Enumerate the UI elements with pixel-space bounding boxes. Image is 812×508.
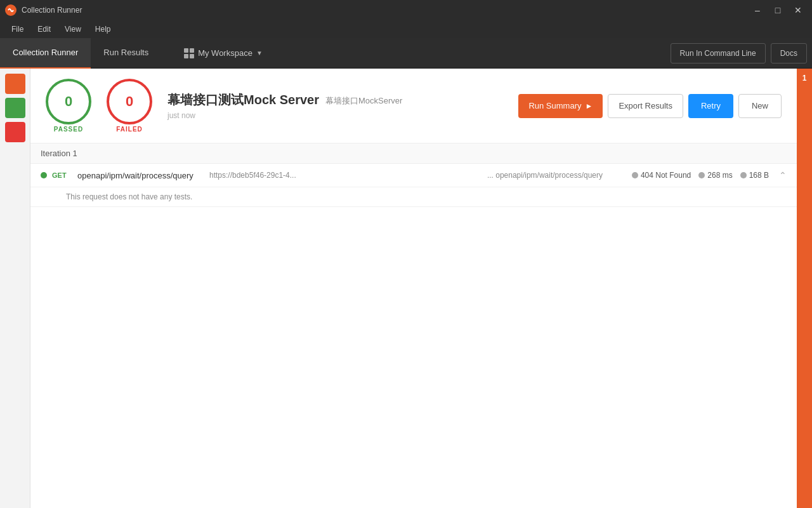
chevron-down-icon: ▼ [256, 50, 263, 57]
export-results-button[interactable]: Export Results [608, 94, 683, 118]
iteration-header: Iteration 1 [30, 144, 797, 164]
passed-circle: 0 [46, 79, 91, 124]
menu-view[interactable]: View [58, 22, 88, 36]
menu-help[interactable]: Help [89, 22, 117, 36]
docs-button[interactable]: Docs [771, 43, 807, 64]
grid-icon [184, 48, 194, 58]
menu-edit[interactable]: Edit [31, 22, 57, 36]
left-sidebar [0, 69, 30, 508]
run-actions: Run Summary ► Export Results Retry New [518, 94, 782, 118]
run-title-area: 幕墙接口测试Mock Server 幕墙接口MockServer just no… [167, 91, 503, 120]
size-dot [740, 172, 747, 178]
passed-count: 0 [65, 93, 72, 110]
titlebar-controls: – □ ✕ [749, 4, 807, 17]
workspace-label: My Workspace [198, 48, 252, 58]
new-button[interactable]: New [738, 94, 782, 118]
status-indicator: 404 Not Found [632, 171, 691, 180]
close-button[interactable]: ✕ [789, 4, 807, 17]
time-dot [698, 172, 705, 178]
failed-label: FAILED [116, 126, 143, 133]
request-method: GET [52, 171, 72, 179]
run-summary-button[interactable]: Run Summary ► [518, 94, 603, 118]
request-url-path: ... openapi/ipm/wait/process/query [487, 171, 627, 180]
tab-collection-runner[interactable]: Collection Runner [0, 38, 91, 69]
chevron-right-icon: ► [585, 102, 593, 110]
size-indicator: 168 B [740, 171, 769, 180]
badge-number: 1 [797, 71, 812, 85]
run-timestamp: just now [167, 111, 503, 120]
run-collection-title: 幕墙接口测试Mock Server [167, 91, 319, 109]
run-in-command-line-button[interactable]: Run In Command Line [671, 43, 766, 64]
navbar: Collection Runner Run Results My Workspa… [0, 38, 812, 69]
passed-label: PASSED [54, 126, 83, 133]
request-url-short: https://bdeb5f46-29c1-4... [209, 171, 482, 180]
results-area: Iteration 1 GET openapi/ipm/wait/process… [30, 144, 797, 508]
titlebar-title: Collection Runner [22, 6, 82, 15]
request-name: openapi/ipm/wait/process/query [77, 171, 204, 180]
failed-circle: 0 [107, 79, 152, 124]
run-collection-subtitle: 幕墙接口MockServer [325, 95, 402, 107]
passed-stat-wrapper: 0 PASSED [46, 79, 91, 133]
row-chevron-icon: ⌃ [779, 170, 787, 180]
sidebar-item-1[interactable] [5, 74, 25, 94]
menu-file[interactable]: File [5, 22, 30, 36]
menubar: File Edit View Help [0, 20, 812, 38]
workspace-selector[interactable]: My Workspace ▼ [174, 48, 273, 58]
maximize-button[interactable]: □ [769, 4, 787, 17]
request-row[interactable]: GET openapi/ipm/wait/process/query https… [30, 164, 797, 187]
no-tests-message: This request does not have any tests. [30, 187, 797, 207]
sidebar-item-3[interactable] [5, 122, 25, 142]
status-dot-gray [632, 172, 638, 178]
retry-button[interactable]: Retry [688, 94, 733, 118]
minimize-button[interactable]: – [749, 4, 766, 17]
failed-count: 0 [126, 93, 133, 110]
sidebar-item-2[interactable] [5, 98, 25, 118]
request-status-dot [41, 172, 47, 178]
run-info-bar: 0 PASSED 0 FAILED 幕墙接口测试Mock Server 幕墙接口… [30, 69, 797, 144]
failed-stat-wrapper: 0 FAILED [107, 79, 152, 133]
content-area: 0 PASSED 0 FAILED 幕墙接口测试Mock Server 幕墙接口… [30, 69, 797, 508]
titlebar-left: Collection Runner [5, 4, 82, 16]
size-text: 168 B [749, 171, 769, 180]
tab-run-results[interactable]: Run Results [91, 38, 161, 69]
app-logo [5, 4, 16, 16]
request-meta: 404 Not Found 268 ms 168 B [632, 171, 769, 180]
time-indicator: 268 ms [698, 171, 732, 180]
main-area: 0 PASSED 0 FAILED 幕墙接口测试Mock Server 幕墙接口… [0, 69, 812, 508]
right-badge: 1 [797, 69, 812, 508]
status-text: 404 Not Found [641, 171, 691, 180]
time-text: 268 ms [707, 171, 732, 180]
titlebar: Collection Runner – □ ✕ [0, 0, 812, 20]
